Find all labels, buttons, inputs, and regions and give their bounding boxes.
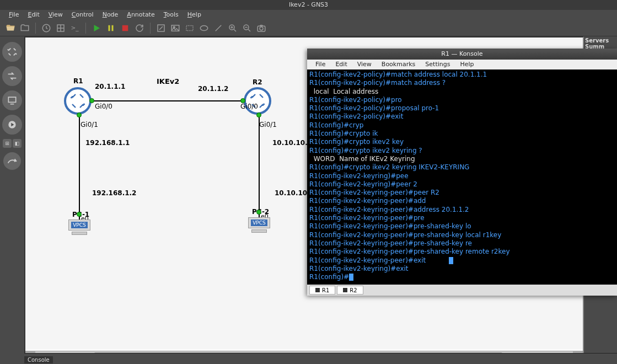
konsole-window[interactable]: R1 — Konsole File Edit View Bookmarks Se… — [307, 49, 617, 296]
clock-icon[interactable] — [40, 22, 52, 34]
terminal-line: R1(config)#crypto ikev2 key — [309, 138, 615, 146]
vpcs-badge: VPCS — [71, 222, 88, 228]
terminal-line: local Local address — [309, 88, 615, 96]
r1-label: R1 — [73, 77, 83, 85]
terminal-line: R1(config)#crypto ikev2 keyring IKEV2-KE… — [309, 163, 615, 172]
pc2-node[interactable]: VPCS — [248, 217, 270, 233]
tab-icon — [343, 288, 347, 292]
zoom-in-icon[interactable] — [227, 22, 239, 34]
terminal-line: R1(config)#crypto ik — [309, 130, 615, 138]
menu-annotate[interactable]: Annotate — [122, 10, 159, 20]
tab-icon — [315, 288, 320, 292]
konsole-menu-view[interactable]: View — [352, 60, 377, 69]
switches-icon[interactable] — [2, 66, 22, 86]
zoom-out-icon[interactable] — [241, 22, 253, 34]
menu-control[interactable]: Control — [67, 10, 98, 20]
konsole-menu-bookmarks[interactable]: Bookmarks — [377, 60, 420, 69]
reload-icon[interactable] — [133, 22, 146, 34]
console-icon[interactable]: >_ — [69, 22, 81, 34]
r2-gi01-label: Gi0/1 — [259, 121, 277, 129]
window-title: Ikev2 - GNS3 — [0, 0, 617, 10]
svg-line-19 — [248, 29, 250, 31]
stop-icon[interactable] — [119, 22, 131, 34]
pc2-ip: 10.10.10 — [275, 189, 307, 197]
menu-file[interactable]: File — [4, 10, 23, 20]
terminal-line: R1(config-ikev2-policy)#match address ? — [309, 79, 615, 87]
pc1-node[interactable]: VPCS — [68, 220, 90, 235]
svg-rect-11 — [186, 25, 193, 30]
svg-line-15 — [234, 29, 236, 31]
note-icon[interactable] — [155, 22, 167, 34]
lan1-gw-ip: 192.168.1.1 — [85, 139, 130, 147]
all-devices-icon[interactable]: ⊞ — [3, 139, 12, 148]
rect-icon[interactable] — [184, 22, 196, 34]
terminal-line: R1(config-ikev2-keyring)#exit — [309, 265, 615, 273]
konsole-menu-file[interactable]: File — [310, 60, 330, 69]
routers-icon[interactable] — [2, 42, 22, 62]
konsole-tab-r1[interactable]: R1 — [309, 286, 335, 295]
terminal-line: R1(config-ikev2-keyring)#peer 2 — [309, 180, 615, 189]
router-r2[interactable] — [244, 87, 271, 115]
terminal-line: R1(config-ikev2-keyring)#pee — [309, 172, 615, 180]
end-devices-icon[interactable] — [2, 90, 22, 110]
menu-node[interactable]: Node — [98, 10, 123, 20]
svg-text:>_: >_ — [71, 24, 79, 31]
svg-point-22 — [260, 26, 263, 30]
konsole-menu-edit[interactable]: Edit — [330, 60, 352, 69]
svg-rect-6 — [112, 25, 114, 31]
misc-devices-icon[interactable]: ◧ — [13, 139, 22, 148]
r2-gi00-label: Gi0/0 — [240, 103, 258, 110]
screenshot-icon[interactable] — [255, 22, 267, 34]
vpcs-badge: VPCS — [251, 220, 267, 226]
terminal-line: R1(config-ikev2-keyring-peer)#address 20… — [309, 206, 615, 214]
lan2-gw-ip: 10.10.10. — [272, 139, 308, 147]
terminal-line: R1(config-ikev2-policy)#exit — [309, 113, 615, 121]
konsole-menu-settings[interactable]: Settings — [420, 60, 455, 69]
main-toolbar: >_ — [0, 20, 617, 36]
security-devices-icon[interactable] — [2, 115, 22, 135]
link-status-dot — [77, 113, 82, 117]
svg-rect-7 — [122, 25, 128, 31]
konsole-terminal[interactable]: R1(config-ikev2-policy)#match address lo… — [307, 69, 617, 285]
grid-icon[interactable] — [55, 22, 67, 34]
r2-wan-ip: 20.1.1.2 — [198, 85, 228, 93]
terminal-line: WORD Name of IKEv2 Keyring — [309, 155, 615, 163]
link-ikev2-label: IKEv2 — [157, 77, 179, 85]
terminal-cursor — [349, 274, 353, 281]
terminal-line: R1(config-ikev2-keyring-peer)#add — [309, 197, 615, 205]
pause-icon[interactable] — [105, 22, 117, 34]
r1-wan-ip: 20.1.1.1 — [95, 83, 125, 90]
terminal-line: R1(config-ikev2-policy)#pro — [309, 96, 615, 104]
svg-point-12 — [200, 25, 208, 30]
servers-summary-title: Servers Summ — [585, 38, 616, 50]
terminal-line: R1(config)#crypto ikev2 keyring ? — [309, 147, 615, 155]
menu-view[interactable]: View — [44, 10, 67, 20]
play-icon[interactable] — [90, 22, 103, 34]
image-icon[interactable] — [169, 22, 181, 34]
console-panel: Console Copyright (c) 2006-2019 GNS3 Tec… — [24, 353, 617, 364]
tab-label: R1 — [322, 287, 329, 293]
konsole-title[interactable]: R1 — Konsole — [307, 49, 617, 60]
terminal-line: R1(config-ikev2-keyring-peer)#exit — [309, 256, 615, 265]
folder-icon[interactable] — [19, 22, 31, 34]
terminal-line: R1(config)# — [309, 273, 615, 281]
terminal-cursor — [449, 257, 453, 264]
add-link-icon[interactable] — [3, 152, 21, 170]
open-folder-icon[interactable] — [4, 22, 17, 34]
device-palette: ⊞ ◧ — [0, 36, 24, 362]
link-status-dot — [256, 113, 261, 117]
konsole-menu-help[interactable]: Help — [455, 60, 479, 69]
svg-rect-5 — [109, 25, 110, 31]
main-menu-bar: File Edit View Control Node Annotate Too… — [0, 10, 617, 20]
svg-line-13 — [216, 25, 222, 31]
router-r1[interactable] — [64, 87, 92, 115]
konsole-tab-r2[interactable]: R2 — [337, 286, 363, 295]
line-icon[interactable] — [212, 22, 224, 34]
terminal-line: R1(config)#cryp — [309, 121, 615, 130]
tab-label: R2 — [350, 287, 357, 293]
ellipse-icon[interactable] — [198, 22, 210, 34]
menu-tools[interactable]: Tools — [159, 10, 183, 20]
terminal-line: R1(config-ikev2-policy)#proposal pro-1 — [309, 104, 615, 113]
menu-edit[interactable]: Edit — [23, 10, 44, 20]
menu-help[interactable]: Help — [183, 10, 206, 20]
